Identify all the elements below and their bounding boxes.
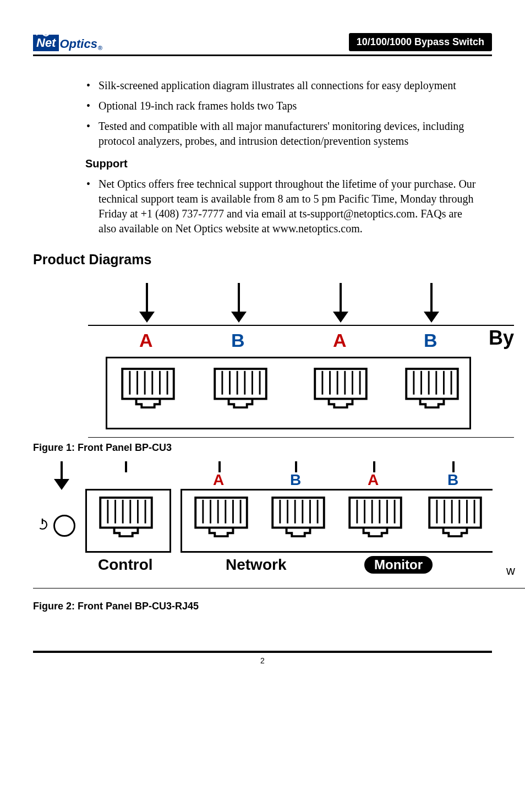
content-block: Silk-screened application diagram illust… (33, 78, 492, 236)
support-heading: Support (85, 156, 481, 171)
label-w: w (506, 564, 515, 578)
figure-2-text: Front Panel BP-CU3-RJ45 (78, 601, 199, 612)
figure-1-text: Front Panel BP-CU3 (78, 442, 172, 453)
port-label-b: B (231, 330, 245, 351)
top-bullet-list: Silk-screened application diagram illust… (85, 78, 481, 149)
rj45-port-icon (348, 497, 402, 538)
rj45-port-icon (314, 368, 368, 410)
logo-optics: Optics (59, 37, 97, 51)
tick-mark (452, 461, 455, 472)
bullet-item: Optional 19-inch rack frames holds two T… (85, 99, 481, 113)
label-by: By (489, 326, 514, 350)
rj45-port-icon (214, 368, 267, 410)
port-label-b: B (290, 471, 301, 489)
product-diagrams-heading: Product Diagrams (33, 252, 492, 268)
port-label-a: A (213, 471, 224, 489)
logo-registered: ® (98, 45, 102, 51)
page-number: 2 (33, 656, 492, 665)
header-row: Net Optics ® 10/100/1000 Bypass Switch (33, 33, 492, 51)
port-label-b: B (447, 471, 458, 489)
power-led (53, 515, 75, 537)
page: Net Optics ® 10/100/1000 Bypass Switch S… (0, 0, 525, 687)
figure-2-diagram: A B A B Control Network Monitor (33, 461, 525, 588)
label-network: Network (226, 556, 286, 574)
diagram-rule (88, 325, 514, 326)
rj45-port-icon (428, 497, 482, 538)
rj45-port-icon (194, 497, 248, 538)
header-title-bar: 10/100/1000 Bypass Switch (349, 33, 492, 51)
figure-1-diagram: A B A B By (88, 277, 514, 438)
tick-mark (125, 461, 127, 472)
logo-net-text: Net (36, 36, 56, 50)
rj45-port-icon (99, 497, 153, 538)
bullet-item: Net Optics offers free technical support… (85, 177, 481, 236)
label-monitor: Monitor (364, 556, 433, 574)
port-label-a: A (139, 330, 153, 351)
rj45-port-icon (405, 368, 459, 410)
figure-2-prefix: Figure 2: (33, 601, 78, 612)
top-rule (33, 55, 492, 56)
port-label-b: B (424, 330, 438, 351)
label-control: Control (98, 556, 153, 574)
figure-1-caption: Figure 1: Front Panel BP-CU3 (33, 442, 492, 454)
support-bullet-list: Net Optics offers free technical support… (85, 177, 481, 236)
tick-mark (295, 461, 297, 472)
logo-net: Net (33, 35, 59, 51)
figure-1-prefix: Figure 1: (33, 442, 78, 453)
rj45-port-icon (271, 497, 325, 538)
port-label-a: A (368, 471, 379, 489)
bullet-item: Silk-screened application diagram illust… (85, 78, 481, 93)
port-label-a: A (333, 330, 347, 351)
logo: Net Optics ® (33, 35, 102, 51)
rj45-port-icon (121, 368, 175, 410)
power-icon (36, 517, 49, 531)
tick-mark (373, 461, 375, 472)
tick-mark (218, 461, 221, 472)
bottom-rule (33, 651, 492, 653)
wave-icon (36, 31, 50, 37)
bullet-item: Tested and compatible with all major man… (85, 119, 481, 149)
figure-2-caption: Figure 2: Front Panel BP-CU3-RJ45 (33, 601, 492, 612)
